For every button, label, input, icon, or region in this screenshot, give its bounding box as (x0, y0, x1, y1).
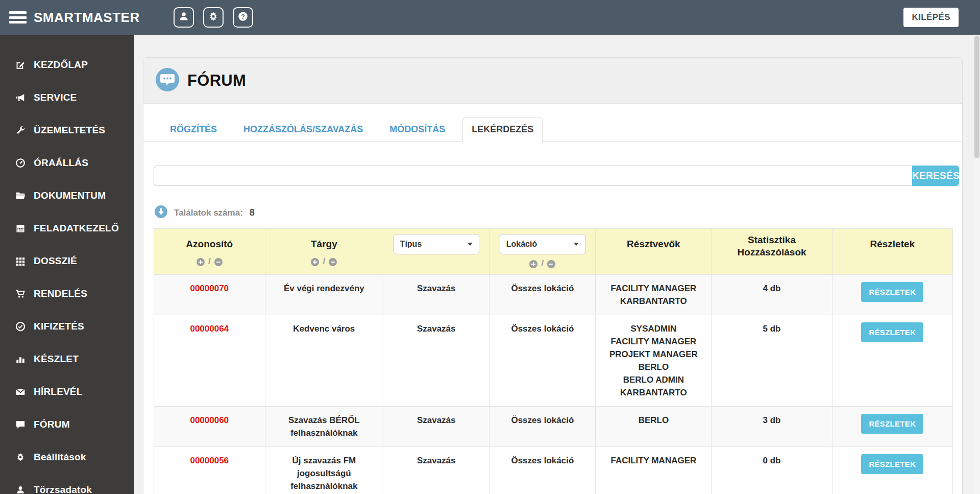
forum-type: Szavazás (383, 315, 489, 407)
sort-desc-icon[interactable] (547, 260, 555, 268)
gauge-icon (14, 158, 27, 168)
forum-participants: SYSADMIN FACILITY MANAGER PROJEKT MANAGE… (596, 315, 712, 407)
tab-bar: RÖGZÍTÉS HOZZÁSZÓLÁS/SZAVAZÁS MÓDOSÍTÁS … (143, 104, 962, 142)
brand-title: SMARTMASTER (34, 10, 140, 26)
column-header-statisztika: Statisztika Hozzászólások (712, 229, 832, 275)
gear-icon (208, 11, 218, 23)
tab-modositas[interactable]: MÓDOSÍTÁS (380, 117, 454, 142)
forum-subject: Kedvenc város (265, 315, 383, 407)
page-title: FÓRUM (187, 72, 246, 90)
forum-location: Összes lokáció (489, 275, 596, 315)
comment-bubble-icon (156, 68, 179, 93)
sidebar-item-label: KIFIZETÉS (34, 321, 84, 332)
sidebar-item-dokumentum[interactable]: DOKUMENTUM (0, 179, 134, 212)
search-input[interactable] (154, 166, 912, 186)
sort-desc-icon[interactable] (214, 257, 223, 266)
tab-lekerdezes[interactable]: LEKÉRDEZÉS (462, 117, 543, 142)
results-summary: Találatok száma: 8 (155, 205, 962, 220)
sidebar-item-keszlet[interactable]: KÉSZLET (0, 343, 134, 375)
forum-stat: 3 db (712, 407, 832, 447)
details-button[interactable]: RÉSZLETEK (861, 322, 923, 342)
sidebar-item-label: DOKUMENTUM (34, 190, 106, 201)
chevron-down-icon (468, 243, 473, 246)
column-header-reszletek: Részletek (832, 229, 952, 275)
settings-button[interactable] (203, 7, 224, 28)
main-content: FÓRUM RÖGZÍTÉS HOZZÁSZÓLÁS/SZAVAZÁS MÓDO… (134, 35, 980, 494)
search-button[interactable]: KERESÉS (912, 166, 959, 186)
sidebar-item-label: Beállítások (34, 452, 86, 463)
sidebar-item-kifizetes[interactable]: KIFIZETÉS (0, 310, 134, 343)
sort-desc-icon[interactable] (329, 257, 337, 266)
sidebar-item-dosszie[interactable]: DOSSZIÉ (0, 245, 134, 277)
top-bar: SMARTMASTER ? KILÉPÉS (0, 0, 980, 35)
forum-id: 00000064 (154, 315, 265, 407)
details-button[interactable]: RÉSZLETEK (861, 414, 923, 434)
forum-subject: Év végi rendezvény (265, 275, 383, 315)
sidebar-item-kezdolap[interactable]: KEZDŐLAP (0, 49, 134, 81)
folder-icon (14, 191, 27, 201)
sidebar-item-label: ÜZEMELTETÉS (34, 125, 105, 136)
user-button[interactable] (174, 7, 194, 28)
forum-location: Összes lokáció (489, 315, 596, 407)
sidebar-item-label: SERVICE (34, 92, 77, 103)
forum-stat: 5 db (712, 315, 832, 407)
column-header-tipus: Típus (383, 229, 489, 275)
sidebar-item-torzsadatok[interactable]: Törzsadatok (0, 474, 134, 494)
tab-hozzaszolas-szavazas[interactable]: HOZZÁSZÓLÁS/SZAVAZÁS (234, 117, 372, 142)
scrollbar-thumb[interactable] (974, 36, 979, 158)
forum-type: Szavazás (383, 447, 489, 494)
grid-icon (14, 256, 27, 266)
logout-button[interactable]: KILÉPÉS (903, 8, 959, 27)
hamburger-icon[interactable] (9, 11, 27, 23)
sidebar-item-rendeles[interactable]: RENDELÉS (0, 277, 134, 310)
bar-chart-icon (14, 354, 27, 364)
forum-type: Szavazás (383, 275, 489, 315)
help-button[interactable]: ? (233, 7, 253, 28)
forum-stat: 0 db (712, 447, 832, 494)
forum-participants: BERLO (596, 407, 712, 447)
results-label: Találatok száma: (174, 208, 243, 218)
search-bar: KERESÉS (154, 166, 959, 186)
edit-icon (14, 60, 27, 70)
details-button[interactable]: RÉSZLETEK (861, 282, 923, 302)
sidebar-item-label: HÍRLEVÉL (34, 386, 83, 397)
column-header-azonosito: Azonosító / (154, 229, 265, 275)
forum-table: Azonosító / Tárgy / (154, 228, 953, 494)
sidebar-item-label: KEZDŐLAP (34, 59, 88, 70)
svg-text:?: ? (241, 13, 245, 20)
column-header-resztvevok: Résztvevők (596, 229, 712, 275)
tipus-filter-select[interactable]: Típus (394, 234, 479, 254)
table-row: 00000056 Új szavazás FM jogosultságú fel… (154, 447, 953, 494)
scrollbar[interactable] (973, 35, 980, 494)
forum-subject: Szavazás BÉRŐL felhasználóknak (265, 407, 383, 447)
down-arrow-circle-icon[interactable] (155, 205, 167, 220)
sidebar: KEZDŐLAP SERVICE ÜZEMELTETÉS ÓRAÁLLÁS DO… (0, 35, 134, 494)
sidebar-item-service[interactable]: SERVICE (0, 81, 134, 114)
sidebar-item-hirlevel[interactable]: HÍRLEVÉL (0, 375, 134, 408)
forum-id: 00000056 (154, 447, 265, 494)
sort-asc-icon[interactable] (311, 257, 319, 266)
forum-type: Szavazás (383, 407, 489, 447)
table-row: 00000060 Szavazás BÉRŐL felhasználóknak … (154, 407, 953, 447)
sort-asc-icon[interactable] (529, 260, 537, 268)
check-circle-icon (14, 321, 27, 332)
sidebar-item-forum[interactable]: FÓRUM (0, 408, 134, 441)
user-icon (14, 485, 27, 494)
forum-id: 00000070 (154, 275, 265, 315)
details-button[interactable]: RÉSZLETEK (861, 454, 923, 474)
sidebar-item-beallitasok[interactable]: Beállítások (0, 441, 134, 474)
sidebar-item-oraallas[interactable]: ÓRAÁLLÁS (0, 147, 134, 179)
results-count: 8 (250, 207, 255, 218)
table-header-row: Azonosító / Tárgy / (154, 229, 953, 275)
help-icon: ? (238, 11, 248, 23)
tab-rogzites[interactable]: RÖGZÍTÉS (161, 117, 226, 142)
sidebar-item-label: KÉSZLET (34, 354, 79, 365)
sidebar-item-uzemeltetes[interactable]: ÜZEMELTETÉS (0, 114, 134, 147)
forum-panel: FÓRUM RÖGZÍTÉS HOZZÁSZÓLÁS/SZAVAZÁS MÓDO… (143, 57, 963, 494)
sidebar-item-feladatkezelo[interactable]: FELADATKEZELŐ (0, 212, 134, 245)
lokacio-filter-select[interactable]: Lokáció (500, 234, 585, 254)
forum-location: Összes lokáció (489, 407, 596, 447)
megaphone-icon (14, 92, 27, 103)
sidebar-item-label: RENDELÉS (34, 288, 87, 299)
sort-asc-icon[interactable] (197, 257, 205, 266)
